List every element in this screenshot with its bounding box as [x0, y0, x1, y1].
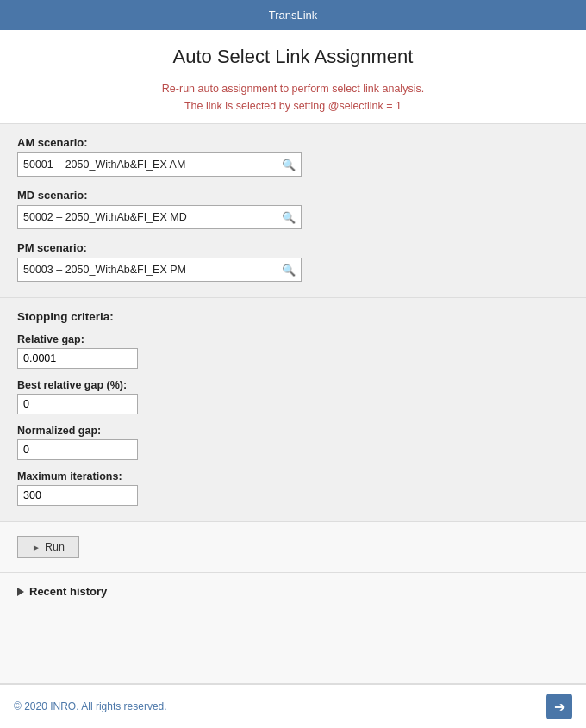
run-button[interactable]: ► Run [17, 536, 79, 558]
normalized-gap-field: Normalized gap: [17, 425, 569, 460]
pm-scenario-label: PM scenario: [17, 241, 569, 254]
normalized-gap-label: Normalized gap: [17, 425, 569, 437]
recent-history-label: Recent history [29, 585, 107, 598]
am-scenario-label: AM scenario: [17, 136, 569, 149]
description: Re-run auto assignment to perform select… [17, 80, 569, 115]
scenario-section: AM scenario: 🔍 MD scenario: 🔍 PM scenari… [0, 124, 586, 298]
stopping-criteria-section: Stopping criteria: Relative gap: Best re… [0, 298, 586, 522]
run-button-label: Run [45, 541, 65, 553]
description-line1: Re-run auto assignment to perform select… [17, 80, 569, 97]
best-relative-gap-label: Best relative gap (%): [17, 379, 569, 391]
run-section: ► Run [0, 522, 586, 573]
maximum-iterations-input[interactable] [17, 485, 138, 506]
am-scenario-input[interactable] [18, 159, 277, 171]
play-icon: ► [32, 543, 41, 552]
maximum-iterations-field: Maximum iterations: [17, 470, 569, 506]
md-scenario-input[interactable] [18, 211, 277, 223]
am-scenario-search-btn[interactable]: 🔍 [277, 159, 301, 171]
recent-history-toggle[interactable]: Recent history [17, 585, 569, 598]
md-scenario-group: MD scenario: 🔍 [17, 189, 569, 229]
pm-scenario-group: PM scenario: 🔍 [17, 241, 569, 282]
normalized-gap-input[interactable] [17, 439, 138, 460]
triangle-right-icon [17, 588, 24, 596]
best-relative-gap-input[interactable] [17, 394, 138, 414]
maximum-iterations-label: Maximum iterations: [17, 470, 569, 482]
pm-scenario-search-btn[interactable]: 🔍 [277, 264, 301, 277]
logo-button[interactable]: ➔ [546, 694, 572, 719]
page-heading: Auto Select Link Assignment Re-run auto … [0, 30, 586, 124]
am-scenario-input-wrapper[interactable]: 🔍 [17, 152, 302, 177]
copyright-text: © 2020 INRO. All rights reserved. [14, 700, 167, 712]
logo-icon: ➔ [554, 699, 565, 715]
title-bar: TransLink [0, 0, 586, 30]
md-scenario-search-btn[interactable]: 🔍 [277, 211, 301, 224]
description-line2: The link is selected by setting @selectl… [17, 97, 569, 115]
relative-gap-field: Relative gap: [17, 333, 569, 369]
am-scenario-group: AM scenario: 🔍 [17, 136, 569, 177]
best-relative-gap-field: Best relative gap (%): [17, 379, 569, 414]
relative-gap-label: Relative gap: [17, 333, 569, 345]
stopping-criteria-title: Stopping criteria: [17, 310, 569, 323]
history-section: Recent history [0, 573, 586, 684]
relative-gap-input[interactable] [17, 348, 138, 369]
page-title: Auto Select Link Assignment [17, 46, 569, 68]
footer: © 2020 INRO. All rights reserved. ➔ [0, 684, 586, 728]
app-title: TransLink [269, 9, 318, 22]
md-scenario-input-wrapper[interactable]: 🔍 [17, 205, 302, 229]
pm-scenario-input-wrapper[interactable]: 🔍 [17, 258, 302, 282]
md-scenario-label: MD scenario: [17, 189, 569, 202]
pm-scenario-input[interactable] [18, 264, 277, 276]
